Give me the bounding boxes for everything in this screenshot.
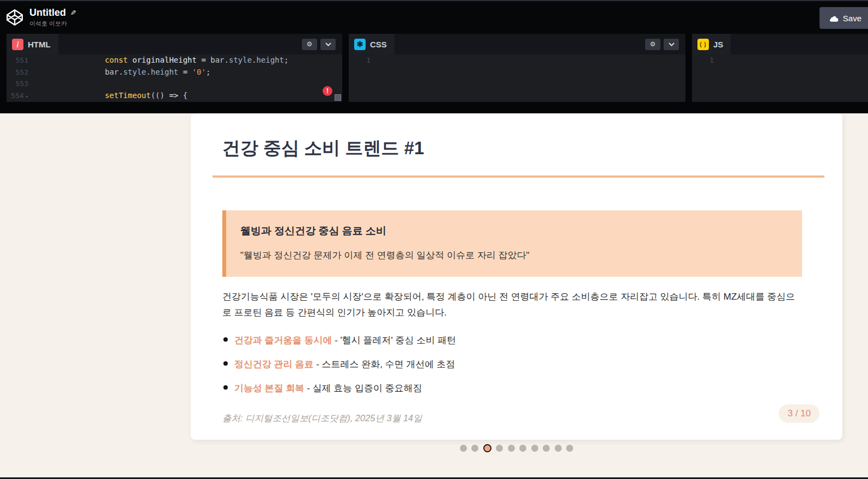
top-bar: Untitled ✎ 이석호 이모카 Save bbox=[0, 0, 868, 34]
error-badge-icon[interactable]: ! bbox=[323, 86, 332, 96]
callout-box: 웰빙과 정신건강 중심 음료 소비 "웰빙과 정신건강 문제가 이제 전 연령층… bbox=[222, 210, 802, 277]
code-line[interactable]: 552bar.style.height = '0'; bbox=[7, 66, 342, 78]
css-tab-label: CSS bbox=[370, 40, 387, 49]
html-collapse-button[interactable] bbox=[320, 39, 336, 50]
editor-row: / HTML ⚙ 551const originalHeight = bar.s… bbox=[0, 34, 868, 113]
js-code-editor[interactable]: 1 bbox=[692, 54, 868, 102]
code-line[interactable]: 554▾setTimeout(() => { bbox=[7, 90, 342, 102]
line-number: 553 bbox=[7, 78, 32, 90]
css-editor-panel: ✱ CSS ⚙ 1 bbox=[349, 34, 685, 102]
bullet-rest: - 스트레스 완화, 수면 개선에 초점 bbox=[313, 359, 455, 369]
line-number: 552 bbox=[7, 66, 32, 78]
code-text: const originalHeight = bar.style.height; bbox=[32, 54, 342, 66]
preview-pane: 건강 중심 소비 트렌드 #1 웰빙과 정신건강 중심 음료 소비 "웰빙과 정… bbox=[0, 113, 868, 479]
js-panel-header: ( ) JS bbox=[692, 34, 868, 54]
html-tab-label: HTML bbox=[28, 40, 51, 49]
pagination-dot-active[interactable] bbox=[483, 444, 491, 452]
bullet-rest: - '헬시 플레저' 중심 소비 패턴 bbox=[332, 335, 456, 345]
page-indicator-badge: 3 / 10 bbox=[779, 404, 820, 423]
pagination-dot[interactable] bbox=[471, 445, 478, 452]
chevron-down-icon bbox=[669, 43, 675, 46]
code-line[interactable]: 551const originalHeight = bar.style.heig… bbox=[7, 54, 342, 66]
line-number: 554▾ bbox=[7, 90, 32, 102]
bullet-rest: - 실제 효능 입증이 중요해짐 bbox=[304, 383, 422, 393]
slide-card: 건강 중심 소비 트렌드 #1 웰빙과 정신건강 중심 음료 소비 "웰빙과 정… bbox=[191, 113, 842, 440]
pagination-dot[interactable] bbox=[496, 445, 503, 452]
css-line-number: 1 bbox=[349, 54, 374, 66]
bullet-list: 건강과 즐거움을 동시에 - '헬시 플레저' 중심 소비 패턴정신건강 관리 … bbox=[222, 334, 842, 395]
edit-title-pencil-icon[interactable]: ✎ bbox=[70, 9, 76, 17]
bullet-lead: 건강과 즐거움을 동시에 bbox=[234, 335, 332, 345]
pagination-dot[interactable] bbox=[543, 445, 550, 452]
css-collapse-button[interactable] bbox=[664, 39, 679, 50]
pagination-dot[interactable] bbox=[555, 445, 562, 452]
gear-icon: ⚙ bbox=[650, 40, 656, 48]
pen-author: 이석호 이모카 bbox=[29, 20, 76, 28]
code-line[interactable]: 553 bbox=[7, 78, 342, 90]
css-panel-header: ✱ CSS ⚙ bbox=[349, 34, 685, 54]
chevron-down-icon bbox=[325, 43, 331, 46]
html-code-lines: 551const originalHeight = bar.style.heig… bbox=[7, 54, 342, 101]
css-icon: ✱ bbox=[354, 39, 366, 50]
js-icon: ( ) bbox=[697, 39, 709, 50]
tab-html[interactable]: / HTML bbox=[7, 34, 58, 54]
source-citation: 출처: 디지털조선일보(디조닷컴), 2025년 3월 14일 bbox=[222, 413, 842, 425]
bullet-lead: 기능성 본질 회복 bbox=[234, 383, 304, 393]
js-editor-panel: ( ) JS 1 bbox=[692, 34, 868, 102]
html-settings-button[interactable]: ⚙ bbox=[302, 39, 317, 50]
gear-icon: ⚙ bbox=[307, 40, 313, 48]
bullet-item: 기능성 본질 회복 - 실제 효능 입증이 중요해짐 bbox=[222, 382, 842, 395]
pagination-dot[interactable] bbox=[508, 445, 515, 452]
slide-title: 건강 중심 소비 트렌드 #1 bbox=[222, 136, 842, 161]
cloud-icon bbox=[828, 15, 839, 22]
pagination-dots bbox=[191, 445, 842, 452]
bullet-item: 정신건강 관리 음료 - 스트레스 완화, 수면 개선에 초점 bbox=[222, 358, 842, 371]
code-text bbox=[32, 78, 342, 90]
callout-heading: 웰빙과 정신건강 중심 음료 소비 bbox=[240, 224, 787, 238]
js-line-number: 1 bbox=[692, 54, 717, 66]
pen-title: Untitled bbox=[29, 7, 66, 18]
editor-scrollbar-thumb[interactable] bbox=[335, 94, 341, 101]
bullet-item: 건강과 즐거움을 동시에 - '헬시 플레저' 중심 소비 패턴 bbox=[222, 334, 842, 347]
css-code-editor[interactable]: 1 bbox=[349, 54, 685, 102]
line-number: 551 bbox=[7, 54, 32, 66]
code-text: setTimeout(() => { bbox=[32, 90, 342, 102]
html-icon: / bbox=[12, 39, 23, 50]
html-editor-panel: / HTML ⚙ 551const originalHeight = bar.s… bbox=[7, 34, 342, 102]
code-text: bar.style.height = '0'; bbox=[32, 66, 342, 78]
save-button[interactable]: Save bbox=[820, 7, 868, 29]
html-code-editor[interactable]: 551const originalHeight = bar.style.heig… bbox=[7, 54, 342, 102]
pagination-dot[interactable] bbox=[460, 445, 467, 452]
pen-title-block: Untitled ✎ 이석호 이모카 bbox=[29, 7, 76, 28]
bullet-lead: 정신건강 관리 음료 bbox=[234, 359, 313, 369]
pagination-dot[interactable] bbox=[519, 445, 526, 452]
slide-paragraph: 건강기능식품 시장은 '모두의 시장'으로 확장되어, 특정 계층이 아닌 전 … bbox=[222, 289, 799, 320]
codepen-logo-icon[interactable] bbox=[5, 8, 24, 27]
save-button-label: Save bbox=[843, 14, 861, 23]
js-tab-label: JS bbox=[713, 40, 723, 49]
tab-css[interactable]: ✱ CSS bbox=[349, 34, 394, 54]
pagination-dot[interactable] bbox=[566, 445, 573, 452]
tab-js[interactable]: ( ) JS bbox=[692, 34, 731, 54]
title-underline bbox=[213, 175, 824, 178]
html-panel-header: / HTML ⚙ bbox=[7, 34, 342, 54]
pagination-dot[interactable] bbox=[531, 445, 538, 452]
fold-caret-icon[interactable]: ▾ bbox=[26, 94, 28, 99]
callout-quote: "웰빙과 정신건강 문제가 이제 전 연령층의 일상적 이슈로 자리 잡았다" bbox=[240, 249, 787, 262]
css-settings-button[interactable]: ⚙ bbox=[645, 39, 660, 50]
